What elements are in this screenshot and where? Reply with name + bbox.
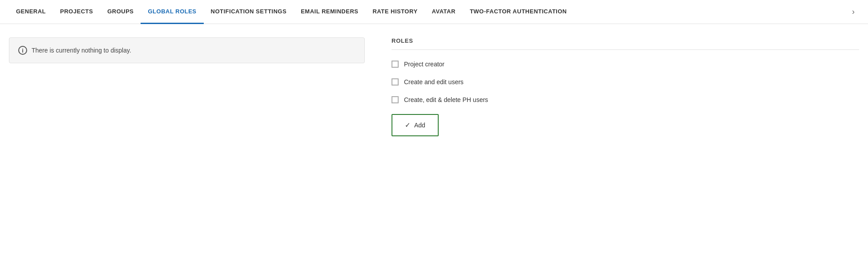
- info-icon: i: [18, 46, 27, 55]
- left-panel: i There is currently nothing to display.: [9, 37, 365, 136]
- nav-tab-groups[interactable]: GROUPS: [100, 0, 141, 24]
- add-checkmark: ✓: [405, 121, 411, 129]
- roles-title: ROLES: [392, 37, 859, 50]
- role-checkbox-create-edit-users[interactable]: [392, 78, 399, 86]
- role-item-create-edit-delete-ph: Create, edit & delete PH users: [392, 96, 859, 103]
- nav-tab-avatar[interactable]: AVATAR: [425, 0, 463, 24]
- add-button-container: ✓ Add: [392, 114, 859, 136]
- role-item-create-edit-users: Create and edit users: [392, 78, 859, 86]
- role-label-create-edit-users: Create and edit users: [404, 78, 464, 86]
- nav-tab-general[interactable]: GENERAL: [9, 0, 53, 24]
- nav-tab-email-reminders[interactable]: EMAIL REMINDERS: [294, 0, 365, 24]
- nav-arrow[interactable]: ›: [848, 3, 859, 21]
- add-button[interactable]: ✓ Add: [392, 114, 439, 136]
- add-label: Add: [414, 122, 425, 129]
- nav-tab-notification-settings[interactable]: NOTIFICATION SETTINGS: [204, 0, 294, 24]
- nav-tab-rate-history[interactable]: RATE HISTORY: [365, 0, 424, 24]
- role-checkbox-project-creator[interactable]: [392, 61, 399, 68]
- roles-panel: ROLES Project creatorCreate and edit use…: [392, 37, 859, 136]
- roles-list: Project creatorCreate and edit usersCrea…: [392, 61, 859, 103]
- main-content: i There is currently nothing to display.…: [0, 24, 868, 150]
- empty-message: There is currently nothing to display.: [32, 47, 131, 54]
- empty-notice: i There is currently nothing to display.: [9, 37, 365, 63]
- nav-tabs: GENERALPROJECTSGROUPSGLOBAL ROLESNOTIFIC…: [0, 0, 868, 24]
- nav-tab-projects[interactable]: PROJECTS: [53, 0, 100, 24]
- role-item-project-creator: Project creator: [392, 61, 859, 68]
- nav-tab-two-factor[interactable]: TWO-FACTOR AUTHENTICATION: [463, 0, 574, 24]
- role-label-create-edit-delete-ph: Create, edit & delete PH users: [404, 96, 488, 103]
- role-checkbox-create-edit-delete-ph[interactable]: [392, 96, 399, 103]
- nav-tab-global-roles[interactable]: GLOBAL ROLES: [141, 0, 203, 24]
- role-label-project-creator: Project creator: [404, 61, 444, 68]
